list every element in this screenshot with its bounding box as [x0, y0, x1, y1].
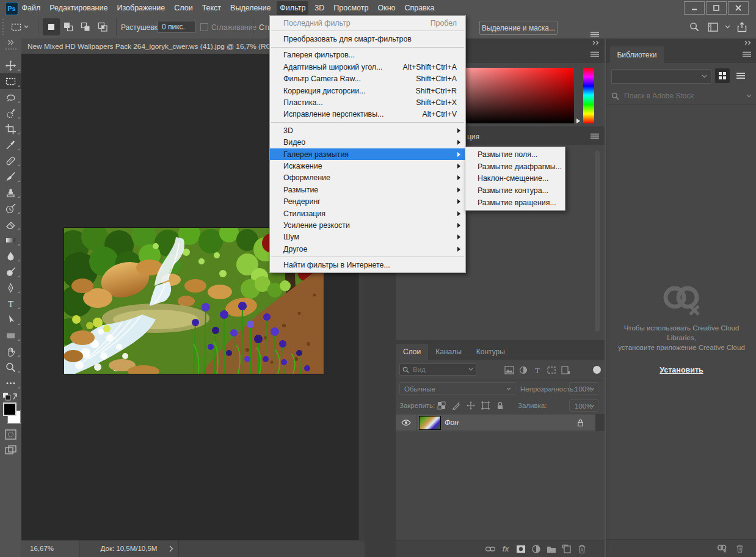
cc-sync-icon[interactable] [717, 544, 727, 553]
eyedropper-tool[interactable] [0, 137, 21, 153]
filter-menu-item-16[interactable]: Усиление резкости [270, 219, 465, 231]
tab-libraries[interactable]: Библиотеки [610, 46, 664, 63]
workspace-switcher-button[interactable] [707, 21, 718, 32]
blend-mode-select[interactable]: Обычные [399, 382, 515, 395]
workspace-chevron-button[interactable] [722, 21, 733, 32]
filter-menu-item-1[interactable]: Преобразовать для смарт-фильтров [270, 33, 465, 45]
menubar-item-5[interactable]: Выделение [227, 1, 274, 15]
share-button[interactable] [736, 21, 747, 32]
layers-list-empty-area[interactable] [396, 431, 605, 542]
eraser-tool[interactable] [0, 216, 21, 232]
edit-toolbar-button[interactable] [0, 375, 21, 391]
clone-stamp-tool[interactable] [0, 184, 21, 200]
blur-submenu-item-0[interactable]: Размытие поля... [465, 148, 565, 161]
options-grip[interactable] [2, 19, 4, 35]
filter-shape-layers-icon[interactable] [547, 366, 556, 374]
filter-menu-item-4[interactable]: Фильтр Camera Raw...Shift+Ctrl+A [270, 73, 465, 85]
zoom-level-field[interactable]: 16,67% [21, 541, 79, 557]
fill-value-field[interactable]: 100% [569, 399, 598, 412]
link-layers-icon[interactable] [485, 544, 495, 554]
status-chevron-icon[interactable] [169, 545, 173, 552]
hue-slider-marker[interactable] [576, 118, 580, 123]
crop-tool[interactable] [0, 121, 21, 137]
filter-menu-item-18[interactable]: Другое [270, 243, 465, 255]
filter-adjustment-layers-icon[interactable] [518, 366, 528, 374]
lock-transparency-icon[interactable] [437, 401, 446, 410]
panel-menu-icon[interactable] [590, 51, 600, 58]
collapse-panels-icon[interactable] [592, 40, 600, 45]
path-selection-tool[interactable] [0, 311, 21, 327]
lock-position-icon[interactable] [467, 401, 475, 410]
stock-search-input[interactable] [623, 91, 743, 101]
zoom-tool[interactable] [0, 359, 21, 375]
menubar-item-6[interactable]: Фильтр [277, 1, 308, 15]
screen-mode-button[interactable] [5, 445, 16, 457]
filter-menu-item-9[interactable]: Видео [270, 137, 465, 148]
quick-mask-button[interactable] [5, 429, 16, 442]
close-button[interactable] [728, 1, 749, 15]
filter-menu-item-3[interactable]: Адаптивный широкий угол...Alt+Shift+Ctrl… [270, 61, 465, 73]
list-view-button[interactable] [733, 68, 748, 83]
hand-tool[interactable] [0, 343, 21, 359]
layers-panel-tab-2[interactable]: Контуры [469, 344, 512, 360]
collapse-panels-icon[interactable] [744, 40, 752, 45]
menubar-item-0[interactable]: Файл [19, 1, 44, 15]
lock-artboard-icon[interactable] [481, 401, 490, 410]
lock-all-icon[interactable] [496, 401, 504, 410]
layer-row-background[interactable]: Фон [396, 414, 595, 431]
filter-menu-item-14[interactable]: Рендеринг [270, 195, 465, 207]
delete-icon[interactable] [735, 544, 744, 553]
subtract-from-selection-button[interactable] [77, 18, 94, 35]
filter-menu-item-8[interactable]: 3D [270, 125, 465, 136]
lasso-tool[interactable] [0, 89, 21, 105]
filter-smart-objects-icon[interactable] [561, 366, 570, 374]
document-size-field[interactable]: Док: 10,5M/10,5M [79, 541, 179, 557]
tools-grip[interactable] [5, 48, 16, 50]
properties-scrollbar[interactable] [595, 151, 600, 332]
grid-view-button[interactable] [715, 68, 730, 83]
pen-tool[interactable] [0, 280, 21, 296]
intersect-selection-button[interactable] [94, 18, 111, 35]
filter-menu-item-11[interactable]: Искажение [270, 160, 465, 172]
add-layer-mask-icon[interactable] [516, 544, 526, 554]
select-and-mask-button[interactable]: Выделение и маска... [479, 21, 558, 35]
document-tab[interactable]: New Mixed HD Wallpapers Pack 264_igoryk_… [21, 38, 284, 54]
adjustments-tab-partial[interactable]: ция [467, 133, 479, 141]
stock-search-field[interactable] [611, 90, 752, 102]
feather-input[interactable] [158, 21, 195, 33]
panel-menu-icon[interactable] [742, 51, 752, 58]
filter-menu-item-15[interactable]: Стилизация [270, 208, 465, 219]
new-selection-button[interactable] [43, 18, 60, 35]
new-adjustment-layer-icon[interactable] [531, 544, 541, 554]
add-to-selection-button[interactable] [60, 18, 77, 35]
panel-menu-icon[interactable] [590, 32, 600, 38]
filter-pixel-layers-icon[interactable] [504, 366, 514, 374]
gradient-tool[interactable] [0, 232, 21, 248]
filter-menu-item-5[interactable]: Коррекция дисторсии...Shift+Ctrl+R [270, 85, 465, 96]
delete-layer-icon[interactable] [577, 544, 587, 554]
maximize-button[interactable] [706, 1, 727, 15]
menubar-item-9[interactable]: Окно [374, 1, 398, 15]
blur-submenu-item-1[interactable]: Размытие диафрагмы... [465, 161, 565, 173]
new-layer-icon[interactable] [562, 544, 572, 554]
menubar-item-3[interactable]: Слои [171, 1, 195, 15]
rectangle-tool[interactable] [0, 327, 21, 343]
antialias-checkbox[interactable] [200, 23, 208, 31]
filter-menu-item-19[interactable]: Найти фильтры в Интернете... [270, 259, 465, 271]
filter-menu-item-17[interactable]: Шум [270, 231, 465, 243]
menubar-item-8[interactable]: Просмотр [330, 1, 371, 15]
filter-menu-item-10[interactable]: Галерея размытия [270, 148, 465, 160]
search-button[interactable] [689, 21, 700, 32]
menubar-item-7[interactable]: 3D [311, 1, 327, 15]
brush-tool[interactable] [0, 169, 21, 184]
blur-submenu-item-4[interactable]: Размытие вращения... [465, 197, 565, 209]
filter-menu-item-2[interactable]: Галерея фильтров... [270, 49, 465, 61]
blur-submenu-item-3[interactable]: Размытие контура... [465, 184, 565, 197]
layers-filter-search[interactable] [399, 363, 476, 376]
layer-visibility-toggle[interactable] [396, 415, 417, 431]
default-swap-colors-icon[interactable] [3, 393, 18, 401]
filter-menu-item-7[interactable]: Исправление перспективы...Alt+Ctrl+V [270, 109, 465, 120]
history-brush-tool[interactable] [0, 200, 21, 216]
install-link[interactable]: Установить [660, 366, 703, 374]
menubar-item-1[interactable]: Редактирование [46, 1, 111, 15]
